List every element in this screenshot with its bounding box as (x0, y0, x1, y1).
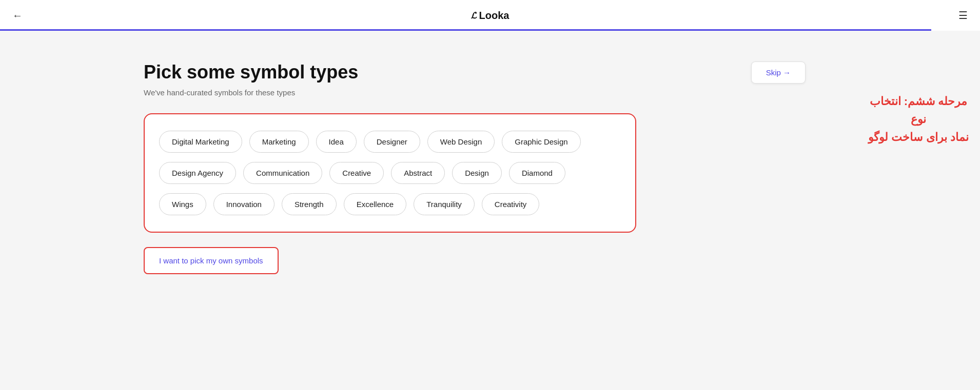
content-area: Pick some symbol types We've hand-curate… (144, 61, 636, 274)
symbol-grid: Digital Marketing Marketing Idea Designe… (144, 113, 636, 233)
symbol-tag-wings[interactable]: Wings (159, 193, 206, 215)
symbol-row-1: Digital Marketing Marketing Idea Designe… (159, 131, 621, 153)
page-title: Pick some symbol types (144, 61, 636, 83)
symbol-tag-marketing[interactable]: Marketing (249, 131, 309, 153)
symbol-tag-excellence[interactable]: Excellence (344, 193, 407, 215)
symbol-tag-web-design[interactable]: Web Design (427, 131, 495, 153)
symbol-tag-designer[interactable]: Designer (364, 131, 420, 153)
logo-text: Looka (479, 10, 509, 22)
menu-button[interactable]: ☰ (958, 9, 968, 22)
annotation-line2: نماد برای ساخت لوگو (867, 128, 970, 146)
symbol-tag-design[interactable]: Design (452, 162, 502, 184)
page-subtitle: We've hand-curated symbols for these typ… (144, 88, 636, 97)
symbol-tag-strength[interactable]: Strength (282, 193, 337, 215)
symbol-tag-innovation[interactable]: Innovation (213, 193, 275, 215)
main-content: Pick some symbol types We've hand-curate… (0, 31, 980, 295)
symbol-tag-tranquility[interactable]: Tranquility (414, 193, 475, 215)
custom-symbols-button[interactable]: I want to pick my own symbols (144, 247, 279, 274)
symbol-tag-digital-marketing[interactable]: Digital Marketing (159, 131, 242, 153)
symbol-tag-communication[interactable]: Communication (243, 162, 322, 184)
annotation: مرحله ششم: انتخاب نوع نماد برای ساخت لوگ… (867, 92, 970, 147)
symbol-tag-creative[interactable]: Creative (329, 162, 384, 184)
symbol-tag-design-agency[interactable]: Design Agency (159, 162, 236, 184)
skip-button[interactable]: Skip → (751, 61, 806, 84)
logo: 𝓛 Looka (471, 10, 509, 22)
symbol-tag-idea[interactable]: Idea (316, 131, 357, 153)
symbol-tag-graphic-design[interactable]: Graphic Design (502, 131, 580, 153)
symbol-row-2: Design Agency Communication Creative Abs… (159, 162, 621, 184)
symbol-tag-creativity[interactable]: Creativity (482, 193, 540, 215)
symbol-row-3: Wings Innovation Strength Excellence Tra… (159, 193, 621, 215)
top-bar: ← 𝓛 Looka ☰ (0, 0, 980, 31)
logo-icon: 𝓛 (471, 10, 476, 21)
symbol-tag-abstract[interactable]: Abstract (391, 162, 445, 184)
skip-btn-container: Skip → (751, 61, 806, 84)
back-button[interactable]: ← (12, 10, 23, 22)
symbol-tag-diamond[interactable]: Diamond (509, 162, 565, 184)
annotation-line1: مرحله ششم: انتخاب نوع (867, 92, 970, 128)
